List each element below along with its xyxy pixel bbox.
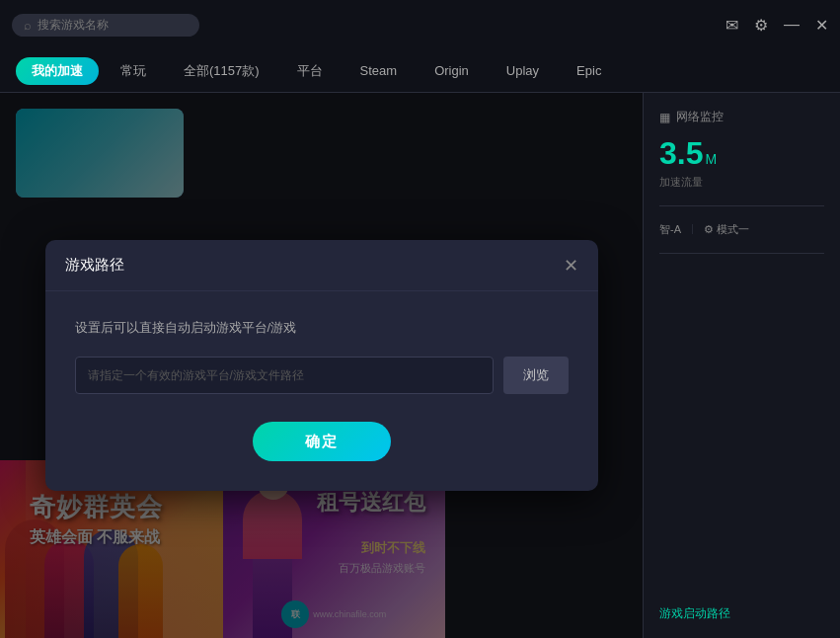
- modal-description: 设置后可以直接自动启动游戏平台/游戏: [75, 319, 569, 337]
- tab-epic[interactable]: Epic: [561, 58, 617, 83]
- nav-tabs: 我的加速 常玩 全部(1157款) 平台 Steam Origin Uplay …: [0, 49, 840, 93]
- modal-body: 设置后可以直接自动启动游戏平台/游戏 浏览 确定: [45, 291, 598, 491]
- network-monitor: ▦ 网络监控 3.5 M 加速流量: [659, 109, 824, 190]
- tab-all-games[interactable]: 全部(1157款): [168, 57, 275, 85]
- main-area: 奇妙群英会 英雄会面 不服来战 广告 租号送红包 到时不下线 百万极品游戏账号 …: [0, 93, 840, 638]
- tab-uplay[interactable]: Uplay: [491, 58, 555, 83]
- content-area: 奇妙群英会 英雄会面 不服来战 广告 租号送红包 到时不下线 百万极品游戏账号 …: [0, 93, 643, 638]
- settings-icon[interactable]: ⚙: [754, 16, 768, 35]
- search-input[interactable]: [38, 18, 176, 32]
- sidebar-action-smart[interactable]: 智-A: [659, 222, 681, 237]
- modal-header: 游戏路径 ✕: [45, 240, 598, 291]
- sidebar-action-mode[interactable]: ⚙ 模式一: [704, 222, 749, 237]
- titlebar-controls: ✉ ⚙ — ✕: [725, 16, 828, 35]
- modal-title: 游戏路径: [65, 256, 124, 275]
- game-path-modal: 游戏路径 ✕ 设置后可以直接自动启动游戏平台/游戏 浏览 确定: [45, 240, 598, 491]
- network-icon: ▦: [659, 111, 670, 124]
- speed-unit: M: [705, 151, 717, 167]
- network-monitor-header: ▦ 网络监控: [659, 109, 824, 125]
- browse-button[interactable]: 浏览: [503, 357, 569, 394]
- modal-input-row: 浏览: [75, 357, 569, 394]
- sidebar-actions: 智-A | ⚙ 模式一: [659, 222, 824, 237]
- sidebar-divider-2: [659, 253, 824, 254]
- modal-overlay: 游戏路径 ✕ 设置后可以直接自动启动游戏平台/游戏 浏览 确定: [0, 93, 643, 638]
- network-monitor-label: 网络监控: [676, 109, 724, 125]
- tab-steam[interactable]: Steam: [344, 58, 414, 83]
- search-icon: ⌕: [24, 18, 32, 33]
- game-launch-path-link[interactable]: 游戏启动路径: [659, 605, 824, 622]
- speed-value: 3.5: [659, 137, 703, 169]
- game-path-input[interactable]: [75, 357, 494, 394]
- titlebar: ⌕ ✉ ⚙ — ✕: [0, 0, 840, 49]
- minimize-icon[interactable]: —: [784, 16, 800, 34]
- mail-icon[interactable]: ✉: [725, 16, 738, 35]
- sidebar-divider-1: [659, 205, 824, 206]
- tab-origin[interactable]: Origin: [419, 58, 485, 83]
- search-box[interactable]: ⌕: [12, 14, 199, 37]
- modal-close-button[interactable]: ✕: [564, 257, 578, 275]
- gear-icon: ⚙: [704, 223, 714, 235]
- speed-label: 加速流量: [659, 175, 824, 190]
- confirm-button[interactable]: 确定: [253, 422, 391, 461]
- tab-my-boost[interactable]: 我的加速: [16, 57, 99, 85]
- tab-common-play[interactable]: 常玩: [105, 57, 162, 85]
- close-icon[interactable]: ✕: [815, 16, 828, 35]
- sidebar-bottom: 游戏启动路径: [659, 605, 824, 622]
- tab-platform[interactable]: 平台: [281, 57, 339, 85]
- right-sidebar: ▦ 网络监控 3.5 M 加速流量 智-A | ⚙ 模式一 游戏启动路径: [643, 93, 840, 638]
